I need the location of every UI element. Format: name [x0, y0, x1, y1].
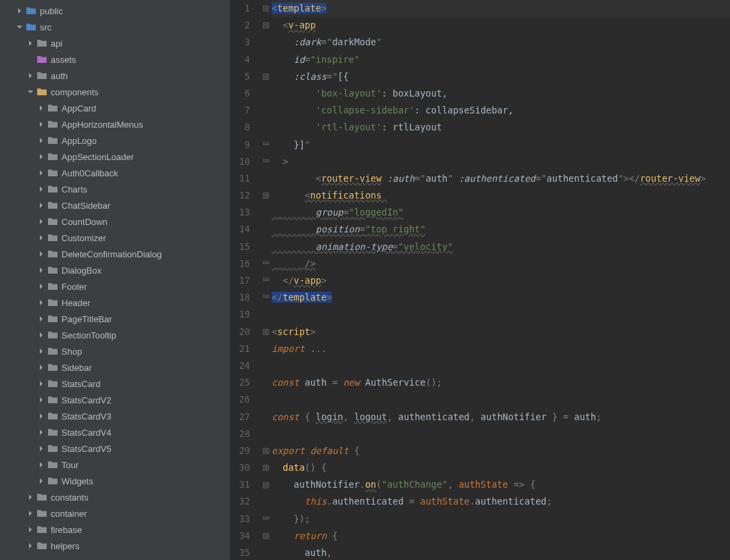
tree-item-auth[interactable]: auth: [0, 68, 230, 84]
chevron-right-icon[interactable]: [38, 429, 45, 436]
chevron-right-icon[interactable]: [27, 542, 34, 549]
code-line[interactable]: auth,: [272, 544, 730, 560]
tree-item-apphorizontalmenus[interactable]: AppHorizontalMenus: [0, 116, 230, 132]
tree-item-public[interactable]: public: [0, 3, 230, 19]
code-line[interactable]: [272, 357, 730, 374]
tree-item-auth0callback[interactable]: Auth0Callback: [0, 165, 230, 181]
fold-collapse-icon[interactable]: -: [263, 74, 269, 80]
chevron-right-icon[interactable]: [27, 510, 34, 517]
fold-end-icon[interactable]: [263, 295, 269, 298]
code-line[interactable]: export default {: [272, 442, 730, 459]
tree-item-components[interactable]: components: [0, 84, 230, 100]
tree-item-container[interactable]: container: [0, 505, 230, 521]
chevron-right-icon[interactable]: [38, 105, 45, 111]
chevron-down-icon[interactable]: [27, 88, 34, 95]
code-line[interactable]: <template>: [272, 0, 730, 17]
chevron-right-icon[interactable]: [38, 153, 45, 160]
chevron-right-icon[interactable]: [38, 332, 45, 338]
chevron-right-icon[interactable]: [38, 170, 45, 176]
tree-item-statscardv5[interactable]: StatsCardV5: [0, 440, 230, 457]
tree-item-statscardv4[interactable]: StatsCardV4: [0, 424, 230, 440]
tree-item-helpers[interactable]: helpers: [0, 538, 230, 554]
tree-item-widgets[interactable]: Widgets: [0, 473, 230, 489]
code-line[interactable]: position="top right": [272, 221, 730, 238]
code-line[interactable]: </v-app>: [272, 272, 730, 289]
chevron-right-icon[interactable]: [38, 461, 45, 468]
chevron-right-icon[interactable]: [38, 137, 45, 144]
chevron-right-icon[interactable]: [38, 299, 45, 306]
tree-item-chatsidebar[interactable]: ChatSidebar: [0, 197, 230, 213]
tree-item-header[interactable]: Header: [0, 295, 230, 311]
code-line[interactable]: import ...: [272, 340, 730, 357]
code-line[interactable]: group="loggedIn": [272, 204, 730, 221]
fold-collapse-icon[interactable]: -: [263, 22, 269, 28]
fold-collapse-icon[interactable]: -: [263, 465, 269, 471]
fold-collapse-icon[interactable]: -: [263, 533, 269, 539]
chevron-right-icon[interactable]: [38, 121, 45, 128]
chevron-right-icon[interactable]: [38, 283, 45, 290]
code-area[interactable]: <template> <v-app :dark="darkMode" id="i…: [270, 0, 730, 560]
chevron-right-icon[interactable]: [38, 364, 45, 371]
code-line[interactable]: const auth = new AuthService();: [272, 374, 730, 391]
tree-item-applogo[interactable]: AppLogo: [0, 132, 230, 149]
code-line[interactable]: data() {: [272, 459, 730, 476]
fold-collapse-icon[interactable]: -: [263, 482, 269, 488]
fold-collapse-icon[interactable]: -: [263, 329, 269, 335]
tree-item-charts[interactable]: Charts: [0, 181, 230, 197]
tree-item-deleteconfirmationdialog[interactable]: DeleteConfirmationDialog: [0, 246, 230, 262]
code-line[interactable]: id="inspire": [272, 51, 730, 68]
fold-end-icon[interactable]: [263, 278, 269, 281]
tree-item-constants[interactable]: constants: [0, 489, 230, 505]
chevron-right-icon[interactable]: [38, 397, 45, 403]
tree-item-appsectionloader[interactable]: AppSectionLoader: [0, 149, 230, 165]
chevron-right-icon[interactable]: [38, 186, 45, 193]
tree-item-assets[interactable]: assets: [0, 51, 230, 68]
chevron-right-icon[interactable]: [38, 267, 45, 274]
code-line[interactable]: }]": [272, 136, 730, 153]
chevron-right-icon[interactable]: [38, 380, 45, 387]
tree-item-footer[interactable]: Footer: [0, 278, 230, 295]
fold-column[interactable]: ---------: [262, 0, 270, 560]
fold-end-icon[interactable]: [263, 159, 269, 162]
code-line[interactable]: />: [272, 255, 730, 272]
tree-item-shop[interactable]: Shop: [0, 343, 230, 359]
chevron-down-icon[interactable]: [16, 24, 23, 30]
tree-item-statscardv3[interactable]: StatsCardV3: [0, 408, 230, 424]
code-editor[interactable]: 1234567891011121314151617181920212425262…: [230, 0, 730, 560]
tree-item-sidebar[interactable]: Sidebar: [0, 359, 230, 376]
code-line[interactable]: </template>: [272, 289, 730, 306]
fold-collapse-icon[interactable]: -: [263, 5, 269, 11]
code-line[interactable]: this.authenticated = authState.authentic…: [272, 493, 730, 510]
tree-item-customizer[interactable]: Customizer: [0, 230, 230, 246]
tree-item-appcard[interactable]: AppCard: [0, 100, 230, 116]
fold-end-icon[interactable]: [263, 261, 269, 264]
tree-item-pagetitlebar[interactable]: PageTitleBar: [0, 311, 230, 327]
code-line[interactable]: return {: [272, 528, 730, 544]
chevron-right-icon[interactable]: [38, 445, 45, 452]
fold-collapse-icon[interactable]: -: [263, 448, 269, 454]
code-line[interactable]: <v-app: [272, 17, 730, 34]
tree-item-tour[interactable]: Tour: [0, 457, 230, 473]
code-line[interactable]: <notifications: [272, 187, 730, 204]
code-line[interactable]: 'collapse-sidebar': collapseSidebar,: [272, 102, 730, 119]
code-line[interactable]: 'box-layout': boxLayout,: [272, 85, 730, 102]
chevron-right-icon[interactable]: [16, 7, 23, 14]
tree-item-statscard[interactable]: StatsCard: [0, 376, 230, 392]
fold-end-icon[interactable]: [263, 142, 269, 145]
chevron-right-icon[interactable]: [38, 478, 45, 484]
tree-item-countdown[interactable]: CountDown: [0, 213, 230, 230]
tree-item-statscardv2[interactable]: StatsCardV2: [0, 392, 230, 408]
code-line[interactable]: :dark="darkMode": [272, 34, 730, 51]
chevron-right-icon[interactable]: [27, 494, 34, 501]
chevron-right-icon[interactable]: [27, 526, 34, 533]
code-line[interactable]: });: [272, 511, 730, 528]
chevron-right-icon[interactable]: [38, 413, 45, 419]
code-line[interactable]: :class="[{: [272, 68, 730, 85]
chevron-right-icon[interactable]: [27, 40, 34, 47]
tree-item-dialogbox[interactable]: DialogBox: [0, 262, 230, 278]
chevron-right-icon[interactable]: [38, 348, 45, 355]
chevron-right-icon[interactable]: [38, 315, 45, 322]
code-line[interactable]: <script>: [272, 324, 730, 340]
tree-item-sectiontooltip[interactable]: SectionTooltip: [0, 327, 230, 343]
code-line[interactable]: animation-type="velocity": [272, 238, 730, 255]
